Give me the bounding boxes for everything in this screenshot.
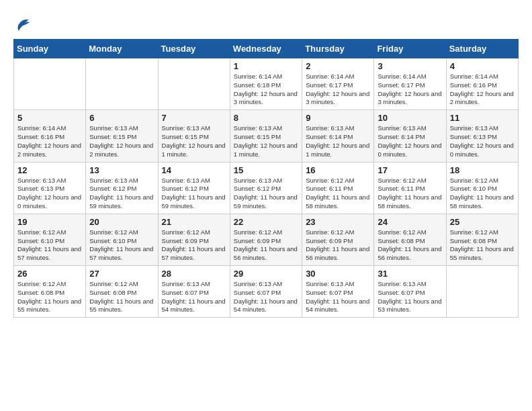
day-info: Sunrise: 6:12 AM Sunset: 6:10 PM Dayligh… [450,177,515,211]
day-cell: 8Sunrise: 6:13 AM Sunset: 6:15 PM Daylig… [230,110,302,162]
day-cell [446,266,518,318]
day-cell: 4Sunrise: 6:14 AM Sunset: 6:16 PM Daylig… [446,58,518,110]
week-row-4: 19Sunrise: 6:12 AM Sunset: 6:10 PM Dayli… [14,214,519,265]
day-cell: 21Sunrise: 6:12 AM Sunset: 6:09 PM Dayli… [158,214,230,265]
day-number: 19 [17,217,82,227]
day-number: 10 [378,113,442,123]
day-number: 21 [162,217,226,227]
day-number: 16 [306,165,370,175]
week-row-3: 12Sunrise: 6:13 AM Sunset: 6:13 PM Dayli… [14,162,519,214]
day-info: Sunrise: 6:13 AM Sunset: 6:15 PM Dayligh… [89,124,154,158]
day-cell: 2Sunrise: 6:14 AM Sunset: 6:17 PM Daylig… [302,58,374,110]
day-info: Sunrise: 6:14 AM Sunset: 6:17 PM Dayligh… [306,73,370,107]
weekday-header-wednesday: Wednesday [230,40,302,58]
day-cell: 13Sunrise: 6:13 AM Sunset: 6:12 PM Dayli… [86,162,158,214]
day-info: Sunrise: 6:13 AM Sunset: 6:12 PM Dayligh… [234,177,298,211]
day-number: 14 [162,165,226,175]
day-info: Sunrise: 6:12 AM Sunset: 6:09 PM Dayligh… [162,228,226,263]
day-number: 8 [234,113,298,123]
page: SundayMondayTuesdayWednesdayThursdayFrid… [0,0,532,324]
day-info: Sunrise: 6:13 AM Sunset: 6:15 PM Dayligh… [162,124,226,158]
day-number: 5 [17,113,82,123]
day-number: 6 [89,113,154,123]
day-number: 30 [306,269,370,279]
day-cell: 28Sunrise: 6:13 AM Sunset: 6:07 PM Dayli… [158,266,230,318]
weekday-header-thursday: Thursday [302,40,374,58]
day-number: 28 [162,269,226,279]
day-info: Sunrise: 6:12 AM Sunset: 6:08 PM Dayligh… [450,228,515,263]
day-info: Sunrise: 6:12 AM Sunset: 6:08 PM Dayligh… [17,280,82,314]
day-number: 26 [17,269,82,279]
day-number: 25 [450,217,515,227]
day-info: Sunrise: 6:13 AM Sunset: 6:07 PM Dayligh… [234,280,298,314]
day-info: Sunrise: 6:13 AM Sunset: 6:13 PM Dayligh… [450,124,515,158]
day-cell: 26Sunrise: 6:12 AM Sunset: 6:08 PM Dayli… [14,266,86,318]
day-cell: 3Sunrise: 6:14 AM Sunset: 6:17 PM Daylig… [374,58,446,110]
day-cell: 19Sunrise: 6:12 AM Sunset: 6:10 PM Dayli… [14,214,86,265]
weekday-header-monday: Monday [86,40,158,58]
day-number: 4 [450,61,515,71]
day-cell: 14Sunrise: 6:13 AM Sunset: 6:12 PM Dayli… [158,162,230,214]
weekday-header-sunday: Sunday [14,40,86,58]
day-info: Sunrise: 6:12 AM Sunset: 6:10 PM Dayligh… [17,228,82,263]
day-info: Sunrise: 6:12 AM Sunset: 6:08 PM Dayligh… [89,280,154,314]
day-cell: 12Sunrise: 6:13 AM Sunset: 6:13 PM Dayli… [14,162,86,214]
day-info: Sunrise: 6:13 AM Sunset: 6:12 PM Dayligh… [89,177,154,211]
day-cell: 24Sunrise: 6:12 AM Sunset: 6:08 PM Dayli… [374,214,446,265]
logo [13,13,35,32]
day-info: Sunrise: 6:12 AM Sunset: 6:11 PM Dayligh… [378,177,442,211]
day-info: Sunrise: 6:14 AM Sunset: 6:17 PM Dayligh… [378,73,442,107]
day-cell: 22Sunrise: 6:12 AM Sunset: 6:09 PM Dayli… [230,214,302,265]
day-number: 20 [89,217,154,227]
day-cell: 7Sunrise: 6:13 AM Sunset: 6:15 PM Daylig… [158,110,230,162]
day-info: Sunrise: 6:13 AM Sunset: 6:14 PM Dayligh… [306,124,370,158]
day-cell: 31Sunrise: 6:13 AM Sunset: 6:07 PM Dayli… [374,266,446,318]
day-cell: 23Sunrise: 6:12 AM Sunset: 6:09 PM Dayli… [302,214,374,265]
week-row-1: 1Sunrise: 6:14 AM Sunset: 6:18 PM Daylig… [14,58,519,110]
day-cell: 1Sunrise: 6:14 AM Sunset: 6:18 PM Daylig… [230,58,302,110]
weekday-header-tuesday: Tuesday [158,40,230,58]
day-info: Sunrise: 6:12 AM Sunset: 6:08 PM Dayligh… [378,228,442,263]
day-number: 15 [234,165,298,175]
day-number: 23 [306,217,370,227]
day-info: Sunrise: 6:12 AM Sunset: 6:09 PM Dayligh… [306,228,370,263]
day-cell: 11Sunrise: 6:13 AM Sunset: 6:13 PM Dayli… [446,110,518,162]
day-cell: 20Sunrise: 6:12 AM Sunset: 6:10 PM Dayli… [86,214,158,265]
day-number: 9 [306,113,370,123]
day-info: Sunrise: 6:14 AM Sunset: 6:16 PM Dayligh… [450,73,515,107]
day-cell: 9Sunrise: 6:13 AM Sunset: 6:14 PM Daylig… [302,110,374,162]
logo-icon [13,13,32,32]
day-cell: 5Sunrise: 6:14 AM Sunset: 6:16 PM Daylig… [14,110,86,162]
day-info: Sunrise: 6:14 AM Sunset: 6:16 PM Dayligh… [17,124,82,158]
day-number: 13 [89,165,154,175]
week-row-5: 26Sunrise: 6:12 AM Sunset: 6:08 PM Dayli… [14,266,519,318]
day-info: Sunrise: 6:13 AM Sunset: 6:14 PM Dayligh… [378,124,442,158]
day-number: 18 [450,165,515,175]
day-number: 7 [162,113,226,123]
day-number: 12 [17,165,82,175]
day-cell: 6Sunrise: 6:13 AM Sunset: 6:15 PM Daylig… [86,110,158,162]
day-info: Sunrise: 6:12 AM Sunset: 6:09 PM Dayligh… [234,228,298,263]
day-info: Sunrise: 6:13 AM Sunset: 6:07 PM Dayligh… [378,280,442,314]
day-cell: 15Sunrise: 6:13 AM Sunset: 6:12 PM Dayli… [230,162,302,214]
weekday-header-saturday: Saturday [446,40,518,58]
day-cell: 29Sunrise: 6:13 AM Sunset: 6:07 PM Dayli… [230,266,302,318]
day-info: Sunrise: 6:12 AM Sunset: 6:10 PM Dayligh… [89,228,154,263]
day-number: 17 [378,165,442,175]
week-row-2: 5Sunrise: 6:14 AM Sunset: 6:16 PM Daylig… [14,110,519,162]
day-info: Sunrise: 6:13 AM Sunset: 6:13 PM Dayligh… [17,177,82,211]
day-cell: 17Sunrise: 6:12 AM Sunset: 6:11 PM Dayli… [374,162,446,214]
day-cell: 27Sunrise: 6:12 AM Sunset: 6:08 PM Dayli… [86,266,158,318]
day-cell [158,58,230,110]
day-number: 22 [234,217,298,227]
day-number: 27 [89,269,154,279]
day-number: 2 [306,61,370,71]
calendar: SundayMondayTuesdayWednesdayThursdayFrid… [13,39,519,318]
day-info: Sunrise: 6:12 AM Sunset: 6:11 PM Dayligh… [306,177,370,211]
header [13,13,519,32]
day-number: 3 [378,61,442,71]
day-number: 31 [378,269,442,279]
day-info: Sunrise: 6:13 AM Sunset: 6:07 PM Dayligh… [306,280,370,314]
day-info: Sunrise: 6:13 AM Sunset: 6:12 PM Dayligh… [162,177,226,211]
day-cell: 18Sunrise: 6:12 AM Sunset: 6:10 PM Dayli… [446,162,518,214]
